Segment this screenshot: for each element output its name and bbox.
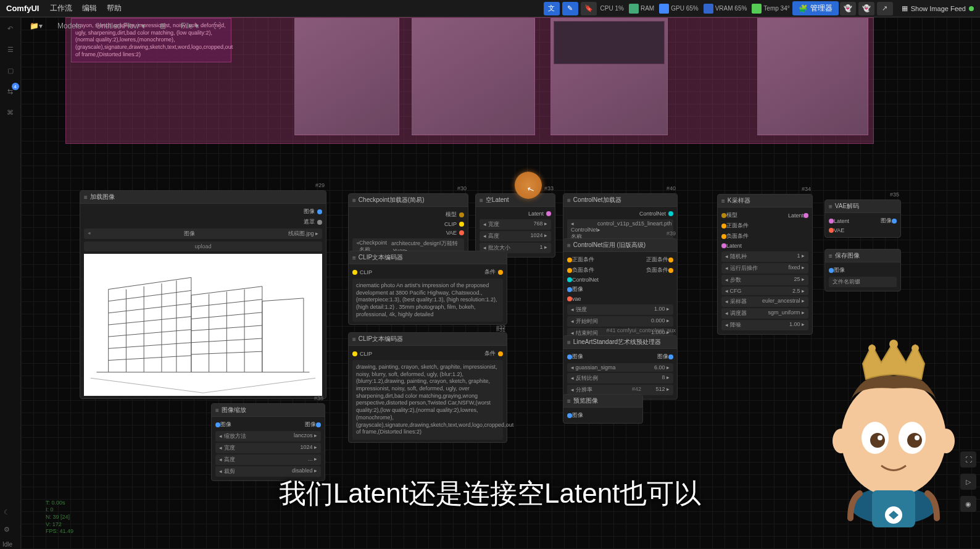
widget-height[interactable]: ◂ 高度1024 ▸ bbox=[480, 231, 551, 241]
port-img-out[interactable] bbox=[892, 219, 897, 224]
fullscreen-icon[interactable]: ⛶ bbox=[960, 451, 976, 467]
menu-edit[interactable]: 编辑 bbox=[82, 3, 97, 14]
canvas[interactable]: crayon, sketch, graphite, impressionist,… bbox=[21, 17, 980, 549]
widget-w[interactable]: ◂ 宽度1024 ▸ bbox=[215, 443, 321, 453]
burger-icon[interactable]: ≡ bbox=[721, 198, 725, 204]
burger-icon[interactable]: ≡ bbox=[829, 203, 833, 210]
widget-h[interactable]: ◂ 高度... ▸ bbox=[215, 455, 321, 465]
gear-icon[interactable]: ⚙ bbox=[4, 526, 15, 537]
port-clip-in[interactable] bbox=[352, 351, 357, 356]
ghost-icon[interactable]: 👻 bbox=[840, 2, 856, 15]
manager-button[interactable]: 🧩 管理器 bbox=[792, 1, 839, 15]
node-lineart[interactable]: #41 comfyui_controlnet_aux ≡LineArtStand… bbox=[563, 335, 678, 400]
canvas-icon[interactable]: ⊞ bbox=[155, 20, 171, 32]
brush-icon[interactable]: ✎ bbox=[562, 2, 578, 15]
widget-steps[interactable]: ◂ 步数25 ▸ bbox=[721, 275, 808, 285]
port-vae[interactable] bbox=[459, 230, 464, 235]
port-img-in[interactable] bbox=[567, 287, 572, 292]
models-tab[interactable]: Models bbox=[52, 20, 86, 32]
port-neg-out[interactable] bbox=[668, 268, 673, 273]
widget-sigma[interactable]: ◂ guassian_sigma6.00 ▸ bbox=[567, 363, 673, 372]
node-clip-positive[interactable]: #31 ≡CLIP文本编码器 CLIP 条件 cinematic photo A… bbox=[348, 251, 507, 325]
port-vae-in[interactable] bbox=[829, 228, 834, 233]
port-latent-out[interactable] bbox=[804, 213, 808, 218]
widget-seedop[interactable]: ◂ 运行后操作fixed ▸ bbox=[721, 263, 808, 274]
burger-icon[interactable]: ≡ bbox=[352, 197, 356, 204]
port-cn-in[interactable] bbox=[567, 277, 572, 282]
undo-icon[interactable]: ↶ bbox=[4, 22, 17, 35]
node-clip-negative[interactable]: #32 ≡CLIP文本编码器 CLIP 条件 drawing, painting… bbox=[348, 332, 507, 443]
burger-icon[interactable]: ≡ bbox=[84, 194, 88, 201]
port-img-in[interactable] bbox=[567, 413, 572, 418]
node-empty-latent[interactable]: #33 ≡空Latent Latent ◂ 宽度768 ▸ ◂ 高度1024 ▸… bbox=[475, 193, 555, 258]
port-img-in[interactable] bbox=[829, 268, 834, 273]
port-latent[interactable] bbox=[546, 211, 551, 216]
node-vae-decode[interactable]: #35 ≡VAE解码 Latent图像 VAE bbox=[824, 199, 901, 238]
port-pos-out[interactable] bbox=[668, 258, 673, 262]
widget-width[interactable]: ◂ 宽度768 ▸ bbox=[480, 219, 551, 230]
port-model-in[interactable] bbox=[721, 213, 726, 218]
menu-workflow[interactable]: 工作流 bbox=[50, 3, 72, 14]
port-pos-in[interactable] bbox=[721, 224, 726, 228]
folder-tab[interactable]: 📁▾ bbox=[25, 20, 48, 32]
node-load-image[interactable]: #29 ≡加载图像 图像 遮罩 ◂图像线稿图.jpg ▸ upload bbox=[80, 190, 326, 399]
widget-sampler[interactable]: ◂ 采样器euler_ancestral ▸ bbox=[721, 296, 808, 307]
port-img-out[interactable] bbox=[668, 354, 673, 359]
port-clip[interactable] bbox=[459, 222, 464, 227]
port-img-out[interactable] bbox=[316, 422, 321, 427]
widget-method[interactable]: ◂ 缩放方法lanczos ▸ bbox=[215, 431, 321, 442]
node-preview[interactable]: #42 ≡预览图像 图像 bbox=[563, 394, 643, 424]
widget-prefix[interactable]: 文件名前缀 bbox=[829, 277, 897, 287]
burger-icon[interactable]: ≡ bbox=[215, 407, 219, 414]
port-image-out[interactable] bbox=[317, 209, 322, 214]
node-image-scale[interactable]: #38 ≡图像缩放 图像图像 ◂ 缩放方法lanczos ▸ ◂ 宽度1024 … bbox=[211, 403, 325, 481]
fit-icon[interactable]: ⛶ bbox=[209, 20, 226, 32]
bookmark-icon[interactable]: 🔖 bbox=[581, 2, 597, 15]
upload-button[interactable]: upload bbox=[84, 241, 322, 251]
port-cn-out[interactable] bbox=[668, 211, 673, 216]
burger-icon[interactable]: ≡ bbox=[567, 339, 571, 346]
port-mask-out[interactable] bbox=[317, 220, 322, 225]
node-ksampler[interactable]: #34 ≡K采样器 模型Latent 正面条件 负面条件 Latent ◂ 随机… bbox=[717, 194, 813, 335]
burger-icon[interactable]: ≡ bbox=[567, 197, 571, 204]
port-latent-in[interactable] bbox=[829, 219, 834, 224]
translate-icon[interactable]: 文 bbox=[544, 2, 560, 15]
widget-strength[interactable]: ◂ 强度1.00 ▸ bbox=[567, 304, 673, 315]
port-latent-in[interactable] bbox=[721, 243, 726, 248]
port-img-in[interactable] bbox=[215, 422, 220, 427]
port-clip-in[interactable] bbox=[352, 270, 357, 275]
port-neg-in[interactable] bbox=[721, 234, 726, 239]
widget-cfg[interactable]: ◂ CFG2.5 ▸ bbox=[721, 287, 808, 295]
flow-tab[interactable]: Untitled Flow ▾ bbox=[91, 20, 150, 32]
burger-icon[interactable]: ≡ bbox=[829, 253, 833, 259]
port-img-in[interactable] bbox=[567, 354, 572, 359]
burger-icon[interactable]: ≡ bbox=[480, 197, 483, 204]
widget-image[interactable]: ◂图像线稿图.jpg ▸ bbox=[84, 228, 322, 239]
burger-icon[interactable]: ≡ bbox=[352, 254, 356, 261]
list-icon[interactable]: ☰ bbox=[4, 43, 17, 56]
widget-seed[interactable]: ◂ 随机种1 ▸ bbox=[721, 251, 808, 262]
widget-invert[interactable]: ◂ 反转比例8 ▸ bbox=[567, 373, 673, 383]
port-pos-in[interactable] bbox=[567, 258, 572, 262]
share-icon[interactable]: ↗ bbox=[877, 2, 893, 15]
port-cond-out[interactable] bbox=[498, 270, 503, 275]
port-vae-in[interactable] bbox=[567, 296, 572, 301]
widget-denoise[interactable]: ◂ 降噪1.00 ▸ bbox=[721, 320, 808, 330]
ghost2-icon[interactable]: 👻 bbox=[858, 2, 874, 15]
port-cond-out[interactable] bbox=[498, 351, 503, 356]
node-save-image[interactable]: ≡保存图像 图像 文件名前缀 bbox=[824, 249, 901, 291]
neg-prompt-text[interactable]: drawing, painting, crayon, sketch, graph… bbox=[352, 360, 503, 440]
node-checkpoint[interactable]: #30 ≡Checkpoint加载器(简易) 模型 CLIP VAE ◂Chec… bbox=[348, 193, 468, 259]
image-feed-toggle[interactable]: ▦ Show Image Feed bbox=[902, 4, 974, 12]
box-icon[interactable]: ▢ bbox=[4, 64, 17, 77]
route-icon[interactable]: ⇆ bbox=[4, 85, 17, 98]
group-region[interactable]: crayon, sketch, graphite, impressionist,… bbox=[65, 17, 874, 144]
file-tab[interactable]: File ▾ bbox=[176, 20, 204, 32]
menu-help[interactable]: 帮助 bbox=[107, 3, 122, 14]
hierarchy-icon[interactable]: ⌘ bbox=[4, 106, 17, 119]
burger-icon[interactable]: ≡ bbox=[567, 398, 571, 404]
port-model[interactable] bbox=[459, 212, 464, 217]
widget-start[interactable]: ◂ 开始时间0.000 ▸ bbox=[567, 316, 673, 327]
burger-icon[interactable]: ≡ bbox=[567, 242, 571, 249]
prompt-text[interactable]: cinematic photo An artist's impression o… bbox=[352, 279, 503, 322]
